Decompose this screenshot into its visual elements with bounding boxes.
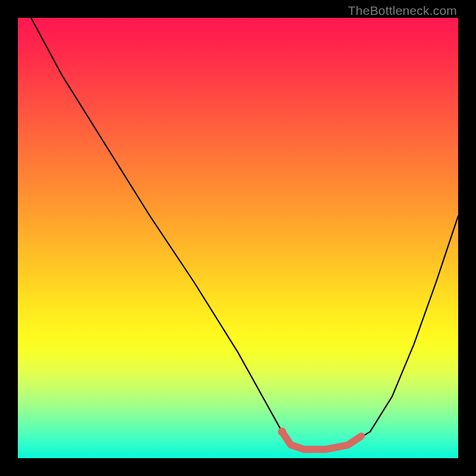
bottleneck-curve xyxy=(31,18,458,449)
highlight-region xyxy=(282,432,361,450)
watermark-text: TheBottleneck.com xyxy=(348,4,457,18)
chart-frame: TheBottleneck.com xyxy=(0,0,476,476)
chart-overlay xyxy=(18,18,458,458)
highlight-dot xyxy=(278,428,286,436)
